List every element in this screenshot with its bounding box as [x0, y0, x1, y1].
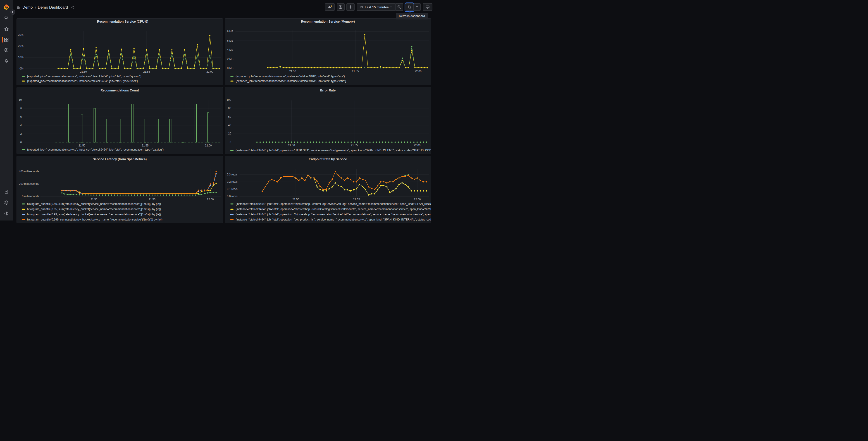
- svg-text:21:50: 21:50: [80, 70, 87, 74]
- svg-text:21:55: 21:55: [352, 70, 359, 73]
- svg-text:2: 2: [20, 132, 22, 136]
- svg-text:21:55: 21:55: [143, 70, 150, 74]
- svg-text:histogram_quantile(0.99, sum(r: histogram_quantile(0.99, sum(rate(latenc…: [27, 213, 161, 216]
- svg-text:0: 0: [229, 141, 231, 144]
- svg-text:histogram_quantile(0.95, sum(r: histogram_quantile(0.95, sum(rate(latenc…: [27, 208, 161, 211]
- svg-text:400 milliseconds: 400 milliseconds: [19, 170, 39, 173]
- svg-text:8 MB: 8 MB: [227, 30, 233, 33]
- svg-text:21:50: 21:50: [79, 144, 85, 147]
- svg-text:10%: 10%: [18, 56, 24, 59]
- svg-text:20: 20: [228, 132, 231, 135]
- svg-text:8: 8: [20, 107, 22, 110]
- svg-text:20%: 20%: [18, 45, 24, 48]
- svg-text:{exported_job="recommendations: {exported_job="recommendationservice", i…: [27, 148, 164, 151]
- svg-text:0.1 req/s: 0.1 req/s: [227, 187, 237, 190]
- svg-text:4: 4: [20, 124, 22, 127]
- svg-text:60: 60: [228, 115, 231, 118]
- svg-text:21:50: 21:50: [289, 70, 296, 73]
- svg-text:{instance="otelcol:9464", job=: {instance="otelcol:9464", job="otel", op…: [236, 218, 431, 220]
- svg-text:21:55: 21:55: [142, 144, 149, 147]
- svg-text:21:50: 21:50: [292, 198, 299, 201]
- svg-text:0: 0: [20, 141, 22, 144]
- svg-text:0 milliseconds: 0 milliseconds: [22, 195, 39, 198]
- svg-text:22:00: 22:00: [207, 198, 214, 201]
- svg-text:{instance="otelcol:9464", job=: {instance="otelcol:9464", job="otel", op…: [236, 202, 431, 206]
- svg-text:22:00: 22:00: [414, 198, 421, 201]
- svg-text:2 MB: 2 MB: [227, 57, 233, 60]
- svg-text:{exported_job="recommendations: {exported_job="recommendationservice", i…: [27, 75, 142, 78]
- svg-text:{instance="otelcol:9464", job=: {instance="otelcol:9464", job="otel", op…: [236, 208, 431, 211]
- svg-text:4 MB: 4 MB: [227, 48, 233, 51]
- svg-text:histogram_quantile(0.999, sum(: histogram_quantile(0.999, sum(rate(laten…: [27, 218, 162, 220]
- svg-text:22:00: 22:00: [414, 144, 421, 147]
- svg-text:10: 10: [19, 98, 22, 101]
- svg-text:0%: 0%: [20, 67, 24, 70]
- svg-text:0.2 req/s: 0.2 req/s: [227, 180, 237, 183]
- svg-text:6 MB: 6 MB: [227, 39, 233, 42]
- svg-text:{instance="otelcol:9464", job=: {instance="otelcol:9464", job="otel", op…: [236, 213, 431, 216]
- svg-text:22:00: 22:00: [414, 70, 421, 73]
- svg-text:0.0 req/s: 0.0 req/s: [227, 195, 237, 198]
- svg-text:100: 100: [226, 98, 231, 101]
- svg-text:21:55: 21:55: [351, 144, 358, 147]
- svg-text:40: 40: [228, 124, 231, 127]
- svg-text:80: 80: [228, 107, 231, 110]
- svg-text:0.3 req/s: 0.3 req/s: [227, 173, 237, 176]
- svg-text:6: 6: [20, 115, 22, 118]
- svg-text:{exported_job="recommendations: {exported_job="recommendationservice", i…: [236, 80, 346, 83]
- svg-text:30%: 30%: [18, 33, 24, 36]
- svg-text:21:55: 21:55: [353, 198, 360, 201]
- svg-text:21:55: 21:55: [149, 198, 155, 201]
- svg-text:{exported_job="recommendations: {exported_job="recommendationservice", i…: [236, 75, 345, 78]
- svg-text:21:50: 21:50: [288, 144, 295, 147]
- svg-text:{exported_job="recommendations: {exported_job="recommendationservice", i…: [27, 80, 138, 83]
- svg-text:200 milliseconds: 200 milliseconds: [19, 182, 39, 185]
- svg-text:22:00: 22:00: [205, 144, 212, 147]
- svg-text:0 MB: 0 MB: [227, 66, 233, 70]
- svg-text:22:00: 22:00: [207, 70, 213, 74]
- svg-text:{instance="otelcol:9464", job=: {instance="otelcol:9464", job="otel", op…: [236, 149, 431, 152]
- svg-text:histogram_quantile(0.50, sum(r: histogram_quantile(0.50, sum(rate(latenc…: [27, 202, 161, 206]
- svg-text:21:50: 21:50: [91, 198, 97, 201]
